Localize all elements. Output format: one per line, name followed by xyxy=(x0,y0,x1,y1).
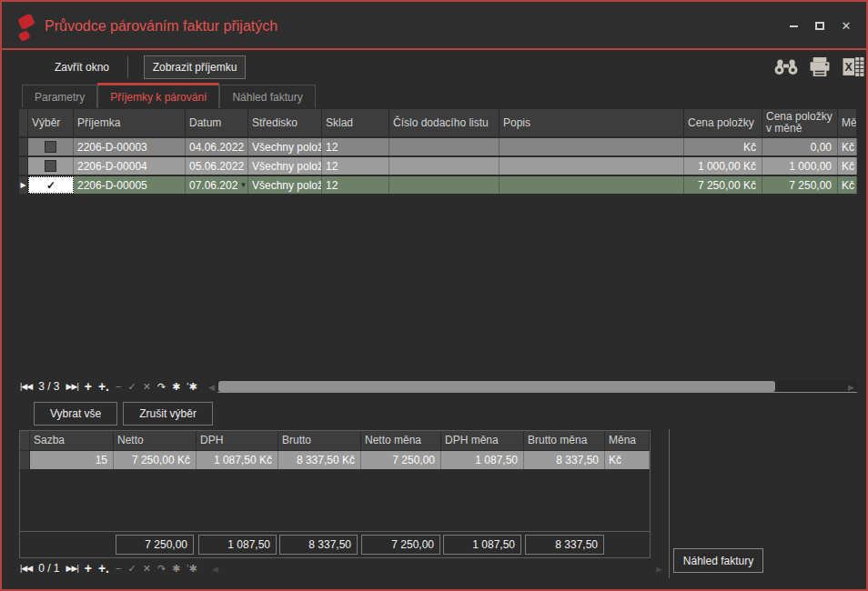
grid-cell[interactable]: 1 000,00 xyxy=(762,157,838,175)
maximize-button[interactable] xyxy=(812,19,827,34)
grid-cell[interactable]: 12 xyxy=(322,157,389,175)
grid-cell[interactable] xyxy=(389,176,500,194)
row-checkbox-cell[interactable] xyxy=(28,157,74,175)
checkbox-unchecked-icon[interactable] xyxy=(45,160,56,172)
grid-cell[interactable]: 7 250,00 xyxy=(361,451,441,469)
cancel-button[interactable]: ✕ xyxy=(143,381,151,393)
cancel-button[interactable]: ✕ xyxy=(143,563,151,575)
add-child-button[interactable]: +. xyxy=(98,561,109,576)
column-header[interactable]: Středisko xyxy=(248,109,322,136)
table-row[interactable]: 2206-D-0000304.06.2022Všechny položky12K… xyxy=(19,138,857,155)
scrollbar-thumb[interactable] xyxy=(218,381,775,392)
grid-cell[interactable]: Všechny položky xyxy=(248,176,322,194)
last-record-button[interactable]: ▶▶| xyxy=(66,564,78,573)
first-record-button[interactable]: |◀◀ xyxy=(20,382,32,391)
grid-cell[interactable]: 05.06.2022 xyxy=(186,157,248,175)
horizontal-scrollbar[interactable] xyxy=(217,380,857,393)
refresh-button[interactable]: ↷ xyxy=(157,381,166,393)
invoice-preview-button[interactable]: Náhled faktury xyxy=(673,548,763,573)
column-header[interactable]: Měna xyxy=(605,431,650,450)
column-header[interactable]: Sklad xyxy=(322,109,389,136)
grid-cell[interactable]: 07.06.202▼ xyxy=(186,176,248,194)
scroll-left-icon[interactable]: ◀ xyxy=(212,565,218,574)
column-header[interactable]: Netto měna xyxy=(361,431,441,450)
grid-cell[interactable]: Všechny položky xyxy=(248,157,322,175)
refresh-button[interactable]: ↷ xyxy=(157,563,166,575)
close-button[interactable]: ✕ xyxy=(839,19,853,34)
grid-cell[interactable]: 7 250,00 Kč xyxy=(114,451,197,469)
column-header[interactable]: DPH měna xyxy=(441,431,524,450)
grid-cell[interactable]: 8 337,50 Kč xyxy=(278,451,361,469)
column-header[interactable]: Popis xyxy=(500,109,684,136)
grid-cell[interactable]: 2206-D-00004 xyxy=(74,157,186,175)
grid-cell[interactable]: 0,00 xyxy=(762,138,838,155)
add-button[interactable]: + xyxy=(85,379,92,394)
column-header[interactable]: DPH xyxy=(197,431,278,450)
column-header[interactable]: Číslo dodacího listu xyxy=(389,109,500,136)
column-header[interactable]: Cena položky xyxy=(684,109,762,136)
column-header[interactable]: Výběr xyxy=(28,109,74,136)
grid-cell[interactable]: 12 xyxy=(322,138,389,155)
filter-edit-button[interactable]: '✱ xyxy=(187,563,197,575)
delete-button[interactable]: − xyxy=(116,563,121,574)
grid-cell[interactable]: Kč xyxy=(684,138,762,155)
grid-cell[interactable]: 04.06.2022 xyxy=(186,138,248,155)
grid-cell[interactable] xyxy=(500,138,684,155)
close-window-button[interactable]: Zavřít okno xyxy=(36,55,127,79)
column-header[interactable]: Cena položky v měně xyxy=(762,109,838,136)
filter-button[interactable]: ✱ xyxy=(172,381,180,393)
post-button[interactable]: ✓ xyxy=(127,381,136,393)
grid-cell[interactable]: Kč xyxy=(838,176,857,194)
delete-button[interactable]: − xyxy=(116,381,121,392)
binoculars-search-icon[interactable] xyxy=(774,56,798,77)
tab-prijemky-k-parovani[interactable]: Příjemky k párování xyxy=(97,83,219,108)
grid-cell[interactable]: 2206-D-00003 xyxy=(74,138,186,155)
column-header[interactable]: Brutto měna xyxy=(524,431,605,450)
grid-cell[interactable]: 7 250,00 xyxy=(762,176,838,194)
table-row[interactable]: 2206-D-0000405.06.2022Všechny položky121… xyxy=(19,157,857,175)
grid-cell[interactable]: 8 337,50 xyxy=(524,451,605,469)
grid-cell[interactable]: 1 000,00 Kč xyxy=(684,157,762,175)
add-button[interactable]: + xyxy=(85,561,92,576)
table-row[interactable]: ▶✓2206-D-0000507.06.202▼Všechny položky1… xyxy=(19,176,857,194)
minimize-button[interactable] xyxy=(786,19,801,34)
tab-parametry[interactable]: Parametry xyxy=(22,85,97,108)
print-icon[interactable] xyxy=(808,56,832,77)
checkbox-unchecked-icon[interactable] xyxy=(45,141,56,153)
tab-nahled-faktury[interactable]: Náhled faktury xyxy=(219,85,315,108)
last-record-button[interactable]: ▶▶| xyxy=(66,382,78,391)
column-header[interactable]: Příjemka xyxy=(74,109,186,136)
grid-cell[interactable]: Kč xyxy=(605,451,650,469)
post-button[interactable]: ✓ xyxy=(127,563,136,575)
grid-cell[interactable]: Kč xyxy=(838,138,857,155)
grid-cell[interactable]: 1 087,50 xyxy=(441,451,524,469)
grid-cell[interactable] xyxy=(500,157,684,175)
filter-button[interactable]: ✱ xyxy=(172,563,180,575)
grid-cell[interactable]: Všechny položky xyxy=(248,138,322,155)
grid-cell[interactable]: 7 250,00 Kč xyxy=(684,176,762,194)
add-child-button[interactable]: +. xyxy=(98,379,109,394)
column-header[interactable]: Brutto xyxy=(278,431,361,450)
column-header[interactable]: Datum xyxy=(186,109,248,136)
excel-export-icon[interactable]: X xyxy=(842,56,865,77)
column-header[interactable]: Měna xyxy=(838,109,857,136)
column-header[interactable]: Sazba xyxy=(30,431,114,450)
tax-grid-row[interactable]: 157 250,00 Kč1 087,50 Kč8 337,50 Kč7 250… xyxy=(20,451,650,469)
grid-cell[interactable]: 2206-D-00005 xyxy=(74,176,186,194)
grid-cell[interactable]: Kč xyxy=(838,157,857,175)
scroll-right-icon[interactable]: ▶ xyxy=(656,565,662,574)
select-all-button[interactable]: Vybrat vše xyxy=(34,402,117,426)
grid-cell[interactable]: 12 xyxy=(322,176,389,194)
dropdown-arrow-icon[interactable]: ▼ xyxy=(237,181,247,189)
scroll-left-icon[interactable]: ◀ xyxy=(208,383,215,392)
grid-cell[interactable] xyxy=(389,138,500,155)
grid-cell[interactable]: 15 xyxy=(30,451,114,469)
row-checkbox-cell[interactable] xyxy=(28,138,74,155)
clear-selection-button[interactable]: Zrušit výběr xyxy=(123,402,213,426)
scroll-right-icon[interactable]: ▶ xyxy=(848,383,854,392)
grid-cell[interactable] xyxy=(389,157,500,175)
grid-cell[interactable]: 1 087,50 Kč xyxy=(197,451,278,469)
first-record-button[interactable]: |◀◀ xyxy=(20,564,32,573)
filter-edit-button[interactable]: '✱ xyxy=(187,381,197,393)
grid-cell[interactable] xyxy=(500,176,684,194)
